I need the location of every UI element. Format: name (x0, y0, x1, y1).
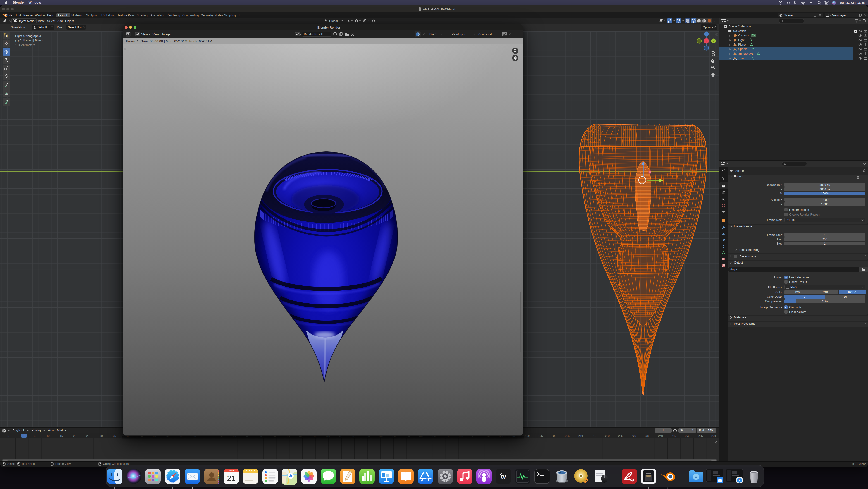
svg-text:JAN: JAN (229, 469, 234, 472)
svg-text:tv: tv (501, 473, 506, 480)
svg-text:21: 21 (227, 474, 236, 483)
